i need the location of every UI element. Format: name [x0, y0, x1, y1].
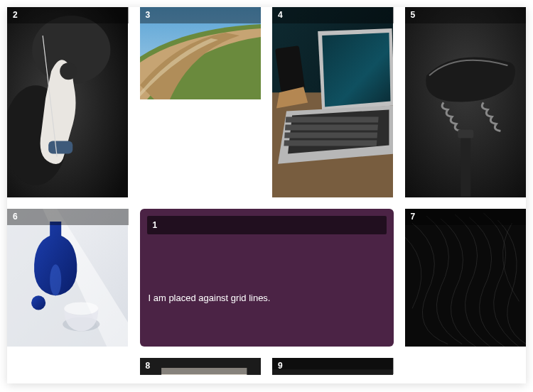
- svg-rect-12: [284, 133, 377, 138]
- tile-7[interactable]: 7: [405, 209, 527, 347]
- tile-number-label: 4: [272, 7, 394, 23]
- svg-point-3: [60, 62, 77, 80]
- svg-point-19: [50, 264, 61, 295]
- svg-point-22: [64, 302, 98, 315]
- tile-3[interactable]: 3: [140, 7, 262, 197]
- svg-point-20: [31, 295, 45, 310]
- tile-6[interactable]: 6: [7, 209, 129, 347]
- photo-bicycle-saddle: [405, 7, 526, 197]
- svg-rect-11: [285, 124, 378, 130]
- photo-laptop-phone-desk: [272, 7, 393, 197]
- featured-tile[interactable]: 1 I am placed against grid lines.: [140, 209, 394, 347]
- svg-rect-16: [461, 133, 470, 197]
- tile-number-label: 8: [140, 358, 262, 374]
- tile-number-label: 7: [405, 209, 527, 225]
- featured-number-label: 1: [147, 216, 387, 234]
- tile-number-label: 6: [7, 209, 129, 225]
- grid-container: 2 3: [7, 7, 526, 383]
- svg-rect-4: [48, 141, 72, 154]
- tile-4[interactable]: 4: [272, 7, 394, 197]
- tile-number-label: 5: [405, 7, 527, 23]
- gallery-grid: 2 3: [7, 7, 526, 383]
- svg-rect-23: [405, 209, 526, 347]
- tile-number-label: 2: [7, 7, 129, 23]
- photo-blue-glass-bottle: [7, 209, 128, 347]
- tile-2[interactable]: 2: [7, 7, 129, 197]
- svg-rect-10: [286, 116, 379, 122]
- photo-rock-climber: [7, 7, 128, 197]
- svg-rect-17: [458, 130, 473, 138]
- tile-8[interactable]: 8: [140, 358, 262, 375]
- tile-number-label: 3: [140, 7, 262, 23]
- tile-9[interactable]: 9: [272, 358, 394, 375]
- tile-5[interactable]: 5: [405, 7, 527, 197]
- svg-rect-13: [284, 141, 377, 146]
- photo-dark-wires-abstract: [405, 209, 526, 347]
- tile-number-label: 9: [272, 358, 394, 374]
- featured-body-text: I am placed against grid lines.: [149, 293, 271, 303]
